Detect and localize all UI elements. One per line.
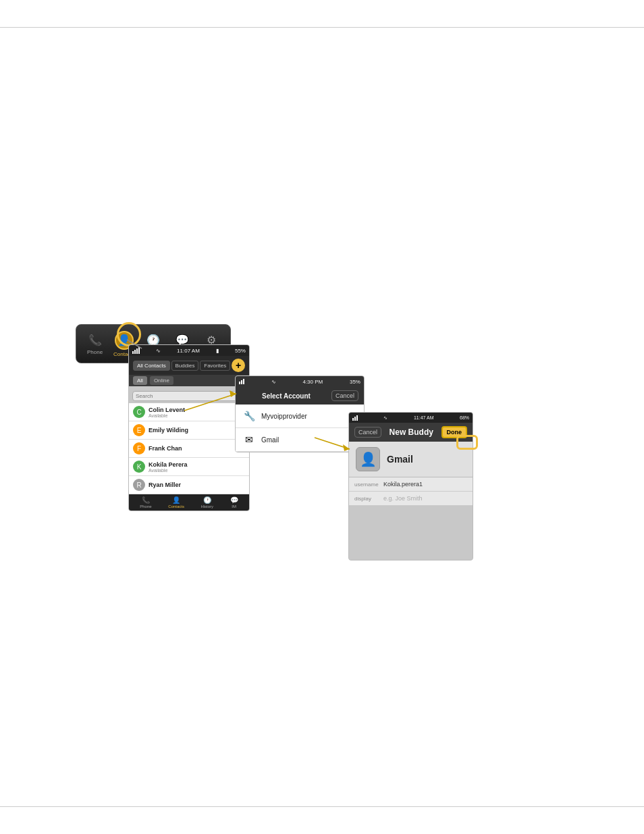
mini-history-label: History (200, 504, 213, 509)
select-account-cancel-button[interactable]: Cancel (331, 390, 358, 401)
contact-item-frank[interactable]: F Frank Chan (129, 440, 249, 458)
new-buddy-status-bar: ∿ 11:47 AM 68% (349, 413, 473, 423)
mini-im-label: IM (232, 504, 236, 509)
mini-tab-history[interactable]: 🕐 History (200, 496, 213, 509)
myvoipprovider-icon: 🔧 (242, 409, 256, 423)
contact-item-colin[interactable]: C Colin Levent Available (129, 403, 249, 421)
top-divider (0, 27, 644, 28)
mini-contacts-label: Contacts (168, 504, 184, 509)
username-label: username (354, 481, 380, 488)
contact-avatar-frank: F (133, 442, 145, 454)
account-item-myvoipprovider[interactable]: 🔧 Myvoipprovider (236, 405, 364, 428)
contact-item-ryan[interactable]: R Ryan Miller (129, 476, 249, 494)
tab-phone[interactable]: 📞 Phone (80, 333, 109, 355)
select-time: 4:30 PM (302, 379, 323, 385)
mini-phone-icon: 📞 (142, 496, 150, 504)
contacts-mini-tab-bar: 📞 Phone 👤 Contacts 🕐 History 💬 IM (129, 494, 249, 511)
contact-info-ryan: Ryan Miller (149, 481, 245, 488)
username-row: username Kokila.perera1 (349, 477, 473, 492)
contact-avatar-kokila: K (133, 461, 145, 473)
new-buddy-title: New Buddy (381, 427, 441, 437)
account-display-row: 👤 Gmail (349, 442, 473, 477)
new-buddy-wifi-icon: ∿ (383, 415, 387, 421)
contact-info-kokila: Kokila Perera Available (149, 461, 245, 473)
new-buddy-cancel-button[interactable]: Cancel (354, 427, 381, 438)
tab-phone-label: Phone (87, 349, 103, 355)
mini-tab-im[interactable]: 💬 IM (230, 496, 238, 509)
display-placeholder: e.g. Joe Smith (383, 495, 467, 502)
battery-percent: 55% (235, 348, 246, 354)
mini-history-icon: 🕐 (203, 496, 211, 504)
username-value: Kokila.perera1 (383, 481, 467, 488)
contact-status-colin: Available (149, 413, 245, 418)
signal-icon (132, 347, 140, 354)
gmail-name: Gmail (261, 436, 279, 444)
status-time: 11:07 AM (177, 348, 200, 354)
account-avatar: 👤 (356, 447, 380, 471)
new-buddy-signal-icon (352, 415, 358, 421)
search-input[interactable] (132, 391, 246, 401)
contact-item-kokila[interactable]: K Kokila Perera Available (129, 458, 249, 476)
mini-contacts-icon: 👤 (172, 496, 180, 504)
battery-icon: ▮ (216, 348, 219, 354)
mini-tab-phone[interactable]: 📞 Phone (140, 496, 151, 509)
filter-online[interactable]: Online (150, 376, 173, 385)
myvoipprovider-name: Myvoipprovider (261, 413, 307, 420)
select-battery: 35% (350, 379, 360, 385)
select-signal-icon (239, 379, 244, 384)
contacts-status-bar: ∿ 11:07 AM ▮ 55% (129, 345, 249, 356)
gmail-icon: ✉ (242, 433, 256, 446)
contact-name-frank: Frank Chan (149, 445, 245, 452)
mini-im-icon: 💬 (230, 496, 238, 504)
select-account-status-bar: ∿ 4:30 PM 35% (236, 376, 364, 387)
contact-name-kokila: Kokila Perera (149, 461, 245, 468)
contact-avatar-ryan: R (133, 479, 145, 491)
filter-all[interactable]: All (133, 376, 147, 385)
bottom-divider (0, 806, 644, 807)
new-buddy-done-button[interactable]: Done (441, 426, 468, 438)
tab-all-contacts[interactable]: All Contacts (133, 361, 170, 371)
tab-buddies[interactable]: Buddies (171, 361, 199, 371)
contact-item-emily[interactable]: E Emily Wilding (129, 421, 249, 440)
tab-favorites[interactable]: Favorites (200, 361, 230, 371)
contact-name-colin: Colin Levent (149, 407, 245, 413)
account-item-gmail[interactable]: ✉ Gmail (236, 428, 364, 452)
contact-info-emily: Emily Wilding (149, 427, 245, 434)
contact-name-emily: Emily Wilding (149, 427, 245, 434)
new-buddy-screen: ∿ 11:47 AM 68% Cancel New Buddy Done 👤 G… (348, 412, 473, 561)
mini-phone-label: Phone (140, 504, 151, 509)
contacts-tabs-row: All Contacts Buddies Favorites + (129, 356, 249, 375)
wifi-icon: ∿ (156, 348, 161, 354)
new-buddy-time: 11:47 AM (414, 415, 434, 420)
display-label: display (354, 496, 380, 502)
select-wifi-icon: ∿ (271, 379, 276, 385)
search-row (129, 386, 249, 403)
new-buddy-header: Cancel New Buddy Done (349, 423, 473, 442)
contact-avatar-colin: C (133, 406, 145, 418)
contact-name-ryan: Ryan Miller (149, 481, 245, 488)
new-buddy-battery: 68% (460, 415, 469, 420)
contact-info-colin: Colin Levent Available (149, 407, 245, 418)
select-account-header: Select Account Cancel (236, 387, 364, 405)
add-contact-button[interactable]: + (232, 359, 245, 372)
select-account-title: Select Account (241, 392, 331, 400)
display-row: display e.g. Joe Smith (349, 492, 473, 506)
account-gmail-label: Gmail (387, 454, 413, 465)
contacts-screen: ∿ 11:07 AM ▮ 55% All Contacts Buddies Fa… (128, 344, 250, 511)
contact-status-kokila: Available (149, 468, 245, 473)
phone-icon: 📞 (88, 333, 103, 348)
new-buddy-empty-area (349, 506, 473, 560)
contact-info-frank: Frank Chan (149, 445, 245, 452)
mini-tab-contacts[interactable]: 👤 Contacts (168, 496, 184, 509)
select-account-overlay: ∿ 4:30 PM 35% Select Account Cancel 🔧 My… (235, 375, 365, 452)
filter-row: All Online (129, 375, 249, 386)
contact-avatar-emily: E (133, 424, 145, 436)
